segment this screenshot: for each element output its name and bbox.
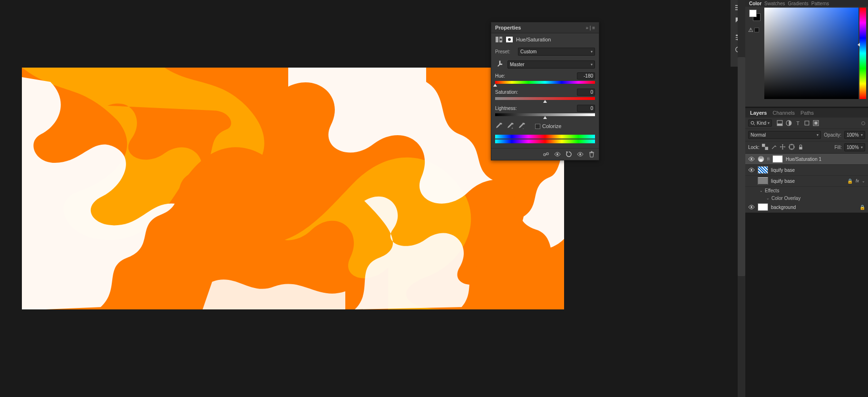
hue-value-input[interactable] <box>577 72 595 79</box>
effect-name: Color Overlay <box>771 196 800 201</box>
layer-mask-thumb[interactable] <box>772 155 783 163</box>
svg-point-13 <box>500 39 502 40</box>
lightness-slider-track[interactable] <box>495 113 595 116</box>
scrollbar-thumb[interactable] <box>738 57 745 276</box>
colorize-checkbox[interactable] <box>535 124 540 129</box>
lock-row: Lock: Fill: 100% ▾ <box>745 141 868 154</box>
adjustment-type-row: Hue/Saturation <box>491 33 599 46</box>
colorize-checkbox-wrap[interactable]: Colorize <box>535 123 561 129</box>
saturation-value-input[interactable] <box>577 89 595 96</box>
lock-transparency-icon[interactable] <box>762 144 768 150</box>
toggle-visibility-icon[interactable] <box>577 151 584 158</box>
properties-panel-title: Properties <box>495 25 521 30</box>
visibility-eye-icon[interactable] <box>748 156 755 162</box>
preset-select[interactable]: Custom ▾ <box>518 48 595 56</box>
hue-slider-handle[interactable] <box>493 84 497 87</box>
svg-rect-22 <box>777 124 782 126</box>
svg-point-15 <box>508 38 511 41</box>
chevron-down-icon: ▾ <box>768 121 770 125</box>
tab-gradients[interactable]: Gradients <box>788 1 808 6</box>
visibility-eye-icon[interactable] <box>748 204 755 210</box>
saturation-slider-track[interactable] <box>495 97 595 100</box>
layer-thumb[interactable] <box>758 177 768 185</box>
opacity-value-input[interactable]: 100% ▾ <box>844 131 865 139</box>
svg-rect-27 <box>762 144 765 147</box>
tab-color[interactable]: Color <box>749 1 761 6</box>
clip-to-layer-icon[interactable] <box>543 151 549 158</box>
lock-all-icon[interactable] <box>798 144 804 150</box>
vertical-scrollbar[interactable] <box>738 0 745 397</box>
layer-background[interactable]: background 🔒 <box>745 202 868 213</box>
chevron-down-icon[interactable]: ⌄ <box>862 179 865 183</box>
lock-position-icon[interactable] <box>780 144 786 150</box>
targeted-adjustment-icon[interactable] <box>495 60 505 69</box>
hue-strip-pointer[interactable] <box>858 43 860 47</box>
svg-point-33 <box>751 206 752 208</box>
canvas[interactable] <box>22 68 564 309</box>
layer-hue-saturation[interactable]: ⎘ Hue/Saturation 1 <box>745 154 868 165</box>
layer-name[interactable]: liquify base <box>771 179 842 184</box>
foreground-background-swatch[interactable] <box>749 10 761 21</box>
layer-effect-item[interactable]: ⌄ Color Overlay <box>745 194 868 202</box>
effects-label: Effects <box>765 188 779 193</box>
opacity-value: 100% <box>847 132 859 138</box>
layer-liquify-base-2[interactable]: liquify base 🔒 fx ⌄ <box>745 176 868 187</box>
out-of-gamut-warning[interactable]: ⚠ <box>748 27 759 33</box>
filter-adjustment-icon[interactable] <box>786 120 792 126</box>
eyedropper-row: + - Colorize <box>491 119 599 133</box>
filter-kind-value: Kind <box>757 120 766 126</box>
tab-swatches[interactable]: Swatches <box>764 1 785 6</box>
properties-panel-header[interactable]: Properties » | ≡ <box>491 22 599 33</box>
filter-shape-icon[interactable] <box>804 120 810 126</box>
effects-expand-icon[interactable]: ⌄ <box>760 189 763 193</box>
properties-panel-footer <box>491 148 599 160</box>
view-previous-icon[interactable] <box>554 151 561 158</box>
visibility-eye-hidden-icon[interactable] <box>748 178 755 184</box>
filter-pixel-icon[interactable] <box>777 120 783 126</box>
tab-layers[interactable]: Layers <box>750 110 767 116</box>
fill-label: Fill: <box>834 145 842 150</box>
layer-thumb[interactable] <box>758 203 768 211</box>
svg-rect-29 <box>790 145 794 149</box>
fill-value-input[interactable]: 100% ▾ <box>844 143 865 151</box>
reset-icon[interactable] <box>566 151 572 158</box>
hue-strip[interactable] <box>859 8 866 99</box>
svg-text:+: + <box>511 127 513 130</box>
hue-slider-track[interactable] <box>495 81 595 84</box>
layer-name[interactable]: background <box>771 205 855 210</box>
hue-range-strips <box>491 133 599 148</box>
color-field[interactable] <box>764 8 858 99</box>
trash-icon[interactable] <box>588 151 595 158</box>
layer-name[interactable]: Hue/Saturation 1 <box>786 157 865 162</box>
lightness-slider-handle[interactable] <box>543 116 547 119</box>
eyedropper-plus-icon[interactable]: + <box>507 122 514 130</box>
lock-artboard-icon[interactable] <box>789 144 795 150</box>
foreground-swatch[interactable] <box>749 10 757 17</box>
filter-smartobject-icon[interactable] <box>813 120 819 126</box>
layer-thumb[interactable] <box>758 166 768 174</box>
fx-badge[interactable]: fx <box>856 179 859 183</box>
visibility-eye-icon[interactable] <box>748 167 755 173</box>
tab-paths[interactable]: Paths <box>800 110 814 116</box>
layer-liquify-base-1[interactable]: liquify base <box>745 165 868 176</box>
tab-channels[interactable]: Channels <box>772 110 794 116</box>
eyedropper-icon[interactable] <box>495 122 503 130</box>
blend-mode-select[interactable]: Normal ▾ <box>748 131 821 139</box>
channel-select[interactable]: Master ▾ <box>507 60 595 69</box>
nearest-color-swatch[interactable] <box>754 28 759 32</box>
filter-toggle-switch[interactable] <box>861 121 865 125</box>
layer-name[interactable]: liquify base <box>771 168 865 173</box>
svg-text:-: - <box>523 127 524 130</box>
document-artwork <box>22 68 564 309</box>
eyedropper-minus-icon[interactable]: - <box>518 122 526 130</box>
panel-collapse-icon[interactable]: » | ≡ <box>585 25 595 30</box>
preset-row: Preset: Custom ▾ <box>491 46 599 58</box>
tab-patterns[interactable]: Patterns <box>811 1 829 6</box>
chevron-down-icon: ▾ <box>861 133 863 137</box>
lock-pixels-icon[interactable] <box>771 144 777 150</box>
saturation-slider-handle[interactable] <box>543 100 547 103</box>
filter-type-icon-text[interactable]: T <box>795 120 801 126</box>
filter-kind-select[interactable]: Kind ▾ <box>748 119 772 127</box>
layer-effects-header[interactable]: ⌄ Effects <box>745 187 868 194</box>
lightness-value-input[interactable] <box>577 105 595 112</box>
